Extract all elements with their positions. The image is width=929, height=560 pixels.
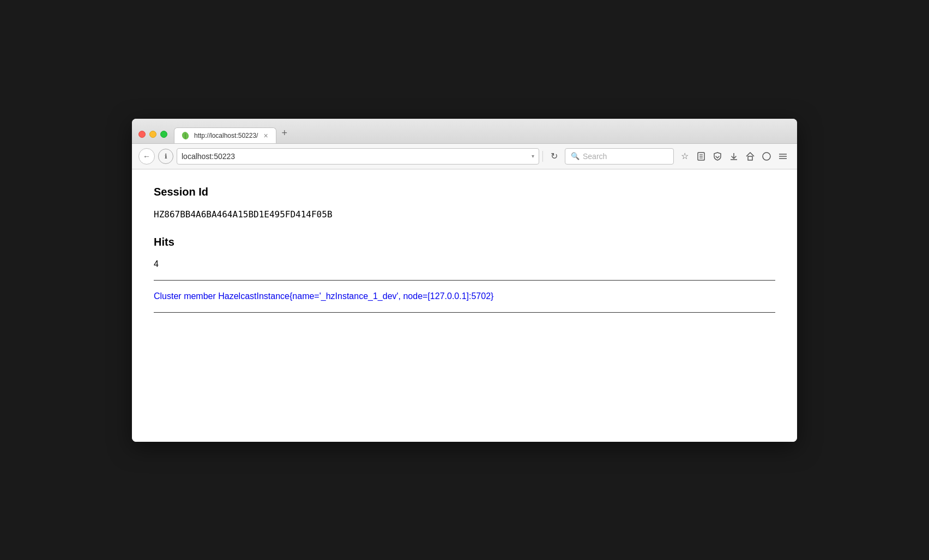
divider-2 xyxy=(154,312,775,313)
browser-window: http://localhost:50223/ × + ← ℹ localhos… xyxy=(132,119,797,442)
traffic-lights xyxy=(138,131,167,143)
reading-list-button[interactable] xyxy=(693,149,709,164)
cluster-link[interactable]: Cluster member HazelcastInstance{name='_… xyxy=(154,291,775,301)
chat-icon xyxy=(762,151,771,161)
tab-close-button[interactable]: × xyxy=(262,131,269,140)
info-icon: ℹ xyxy=(165,153,167,160)
chat-button[interactable] xyxy=(759,149,774,164)
search-bar[interactable]: 🔍 Search xyxy=(565,148,674,165)
reload-button[interactable]: ↻ xyxy=(546,149,562,164)
pocket-icon xyxy=(713,151,722,161)
address-text: localhost:50223 xyxy=(182,152,528,161)
close-button[interactable] xyxy=(138,131,146,138)
new-tab-button[interactable]: + xyxy=(276,124,293,143)
pocket-button[interactable] xyxy=(710,149,725,164)
svg-rect-8 xyxy=(748,156,752,160)
title-bar: http://localhost:50223/ × + xyxy=(132,119,797,144)
bookmark-star-button[interactable]: ☆ xyxy=(677,149,692,164)
menu-button[interactable] xyxy=(775,149,791,164)
session-id-value: HZ867BB4A6BA464A15BD1E495FD414F05B xyxy=(154,209,775,220)
hits-value: 4 xyxy=(154,259,775,269)
session-id-heading: Session Id xyxy=(154,186,775,198)
back-icon: ← xyxy=(143,152,150,161)
home-button[interactable] xyxy=(743,149,758,164)
minimize-button[interactable] xyxy=(149,131,156,138)
tab-title: http://localhost:50223/ xyxy=(194,132,258,139)
dropdown-icon[interactable]: ▾ xyxy=(532,153,534,159)
back-button[interactable]: ← xyxy=(138,148,155,165)
star-icon: ☆ xyxy=(681,151,689,161)
divider-1 xyxy=(154,280,775,281)
download-icon xyxy=(729,151,739,161)
tab-favicon xyxy=(181,131,190,140)
menu-icon xyxy=(778,151,788,161)
search-icon: 🔍 xyxy=(571,152,580,160)
search-placeholder: Search xyxy=(583,152,607,161)
active-tab[interactable]: http://localhost:50223/ × xyxy=(174,127,276,143)
toolbar-icons: ☆ xyxy=(677,149,791,164)
home-icon xyxy=(745,151,755,161)
nav-divider xyxy=(542,151,543,162)
list-icon xyxy=(696,151,706,161)
hits-heading: Hits xyxy=(154,236,775,248)
info-button[interactable]: ℹ xyxy=(158,149,173,164)
nav-bar: ← ℹ localhost:50223 ▾ ↻ 🔍 Search ☆ xyxy=(132,144,797,169)
address-bar[interactable]: localhost:50223 ▾ xyxy=(177,148,539,165)
page-content: Session Id HZ867BB4A6BA464A15BD1E495FD41… xyxy=(132,169,797,442)
svg-point-9 xyxy=(763,153,770,160)
maximize-button[interactable] xyxy=(160,131,167,138)
reload-icon: ↻ xyxy=(551,151,558,161)
download-button[interactable] xyxy=(726,149,741,164)
